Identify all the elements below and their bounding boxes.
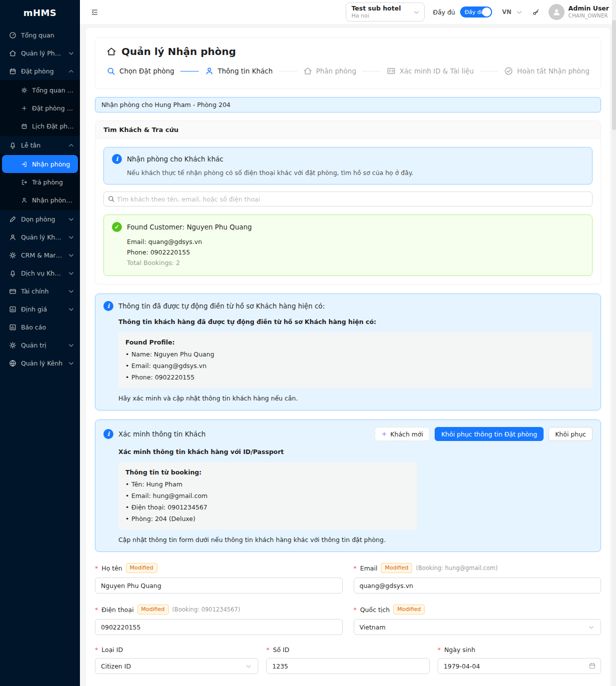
step-1[interactable]: Chọn Đặt phòng — [106, 66, 174, 76]
new-guest-button[interactable]: Khách mới — [375, 427, 430, 441]
sidebar-item-label: Báo cáo — [21, 324, 75, 331]
sidebar-item-Tài chính[interactable]: Tài chính — [0, 282, 80, 300]
autofill-footer: Hãy xác minh và cập nhật thông tin khách… — [118, 394, 593, 402]
user-role: CHAIN_OWNER — [569, 12, 609, 20]
key-icon[interactable] — [532, 8, 540, 16]
idcard-icon — [387, 66, 396, 76]
app-logo: mHMS — [0, 0, 80, 25]
step-4[interactable]: Xác minh ID & Tài liệu — [387, 66, 474, 76]
sidebar-item-CRM & Marketi...[interactable]: CRM & Marketi... — [0, 246, 80, 264]
email-field[interactable] — [354, 578, 602, 594]
sidebar-item-Dịch vụ Khách[interactable]: Dịch vụ Khách — [0, 264, 80, 282]
step-connector — [279, 71, 297, 72]
alert-description: Nếu khách thực tế nhận phòng có số điện … — [127, 169, 584, 176]
list-item: Phòng: 204 (Deluxe) — [125, 515, 410, 522]
search-icon — [107, 195, 115, 202]
sidebar-item-label: Lịch Đặt phòng — [32, 122, 75, 130]
user-icon — [21, 197, 27, 204]
calendar-icon — [21, 123, 27, 130]
chevron-down-icon — [67, 306, 75, 313]
email-booking-hint: (Booking: hung@gmail.com) — [416, 564, 498, 572]
hotel-select[interactable]: Test sub hotel Ha noi — [346, 2, 425, 22]
tool-icon — [9, 216, 16, 223]
sidebar-item-label: Nhận phòng — [32, 160, 73, 168]
sidebar-item-label: Định giá — [21, 306, 63, 313]
list-item: Name: Nguyen Phu Quang — [125, 350, 586, 358]
autofill-title: Thông tin đã được tự động điền từ hồ sơ … — [118, 302, 325, 310]
search-icon — [106, 66, 115, 76]
sidebar-menu: Tổng quanQuản lý PhòngĐặt phòngTổng quan… — [0, 25, 80, 686]
user-menu[interactable]: Admin User CHAIN_OWNER — [549, 4, 609, 20]
sidebar-item-Tổng quan Đặt...[interactable]: Tổng quan Đặt... — [0, 81, 80, 99]
sidebar-item-Nhận phòng N...[interactable]: Nhận phòng N... — [0, 191, 80, 209]
scrollbar[interactable] — [612, 0, 616, 686]
step-2[interactable]: Thông tin Khách — [205, 66, 273, 76]
verify-subtitle: Xác minh thông tin khách hàng với ID/Pas… — [118, 448, 593, 456]
dob-field[interactable] — [438, 658, 601, 674]
sidebar-item-label: Quản lý Khách ... — [21, 234, 63, 241]
modified-badge: Modified — [393, 604, 425, 614]
sidebar: mHMS Tổng quanQuản lý PhòngĐặt phòngTổng… — [0, 0, 80, 686]
sidebar-item-Định giá[interactable]: Định giá — [0, 300, 80, 318]
sidebar-item-Đặt phòng[interactable]: Đặt phòng — [0, 62, 80, 80]
id-number-field[interactable] — [266, 658, 430, 674]
phone-field[interactable] — [95, 619, 343, 635]
sidebar-item-label: Lễ tân — [21, 142, 63, 149]
guest-search-input[interactable] — [103, 192, 593, 206]
language-select[interactable]: VN — [502, 8, 523, 16]
menu-fold-icon[interactable] — [91, 8, 98, 16]
sidebar-item-Tổng quan[interactable]: Tổng quan — [0, 26, 80, 44]
email-label: Email — [360, 564, 378, 572]
sidebar-item-Lịch Đặt phòng[interactable]: Lịch Đặt phòng — [0, 117, 80, 135]
step-label: Thông tin Khách — [218, 67, 273, 75]
chevron-down-icon — [67, 342, 75, 349]
sidebar-item-Quản lý Khách ...[interactable]: Quản lý Khách ... — [0, 228, 80, 246]
id-type-select[interactable]: Citizen ID — [95, 658, 258, 674]
alert-title: Nhận phòng cho Khách khác — [127, 155, 223, 163]
step-3[interactable]: Phân phòng — [303, 66, 356, 76]
step-connector — [362, 71, 381, 72]
sidebar-item-label: CRM & Marketi... — [21, 252, 63, 259]
verify-title: Xác minh thông tin Khách — [118, 430, 206, 438]
chart-icon — [9, 324, 16, 331]
step-connector — [180, 71, 199, 72]
found-customer-box: ✓ Found Customer: Nguyen Phu Quang Email… — [103, 214, 593, 276]
sidebar-item-Quản lý Kênh[interactable]: Quản lý Kênh — [0, 354, 80, 372]
sidebar-item-Quản lý Phòng[interactable]: Quản lý Phòng — [0, 44, 80, 62]
sidebar-item-label: Quản lý Kênh — [21, 360, 63, 367]
nationality-select[interactable]: Vietnam — [354, 619, 602, 635]
sidebar-item-label: Đặt phòng Mới — [32, 104, 75, 112]
gear-icon — [21, 87, 27, 94]
card-icon — [9, 288, 16, 295]
step-connector — [480, 71, 498, 72]
mode-toggle[interactable]: Đầy đủ — [460, 6, 492, 18]
dashboard-icon — [9, 32, 16, 39]
sidebar-item-Quản trị[interactable]: Quản trị — [0, 336, 80, 354]
chevron-down-icon — [67, 270, 75, 277]
booking-info-title: Thông tin từ booking: — [125, 468, 410, 476]
modified-badge: Modified — [381, 563, 412, 573]
step-5[interactable]: Hoàn tất Nhận phòng — [504, 66, 590, 76]
verify-panel: i Xác minh thông tin Khách Khách mới Khô… — [95, 420, 601, 552]
verify-footer: Cập nhật thông tin form dưới nếu thông t… — [118, 536, 593, 544]
sidebar-item-Trả phòng[interactable]: Trả phòng — [0, 173, 80, 191]
restore-booking-info-button[interactable]: Khôi phục thông tin Đặt phòng — [435, 427, 544, 441]
sidebar-item-Lễ tân[interactable]: Lễ tân — [0, 136, 80, 154]
list-item: Email: quang@gdsys.vn — [125, 362, 586, 370]
id-type-label: Loại ID — [101, 646, 123, 654]
restore-button[interactable]: Khôi phục — [549, 427, 593, 441]
sidebar-item-label: Tài chính — [21, 288, 63, 295]
sidebar-item-Đặt phòng Mới[interactable]: Đặt phòng Mới — [0, 99, 80, 117]
found-profile-title: Found Profile: — [125, 338, 586, 346]
mode-toggle-label: Đầy đủ — [460, 9, 484, 16]
chart-icon — [9, 306, 16, 313]
sidebar-item-Báo cáo[interactable]: Báo cáo — [0, 318, 80, 336]
chevron-down-icon — [67, 360, 75, 367]
booking-info-box: Thông tin từ booking: Tên: Hung PhamEmai… — [118, 462, 417, 530]
name-field[interactable] — [95, 578, 343, 594]
sidebar-item-Dọn phòng[interactable]: Dọn phòng — [0, 210, 80, 228]
sidebar-item-Nhận phòng[interactable]: Nhận phòng — [2, 155, 78, 173]
checkin-header-card: Quản lý Nhận phòng Chọn Đặt phòngThông t… — [95, 37, 601, 89]
checkin-banner: Nhận phòng cho Hung Pham - Phòng 204 — [95, 97, 601, 112]
user-icon — [205, 66, 214, 76]
